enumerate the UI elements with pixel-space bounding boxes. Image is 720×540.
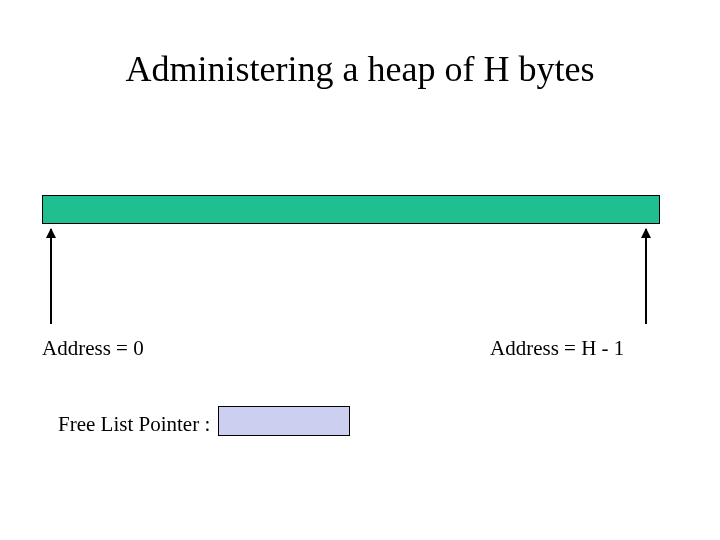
address-end-label: Address = H - 1 bbox=[490, 336, 624, 361]
arrow-end-icon bbox=[645, 229, 647, 324]
address-start-label: Address = 0 bbox=[42, 336, 144, 361]
free-list-pointer-label: Free List Pointer : bbox=[58, 412, 210, 437]
free-list-pointer-box bbox=[218, 406, 350, 436]
heap-bar bbox=[42, 195, 660, 224]
arrow-start-icon bbox=[50, 229, 52, 324]
page-title: Administering a heap of H bytes bbox=[0, 48, 720, 90]
